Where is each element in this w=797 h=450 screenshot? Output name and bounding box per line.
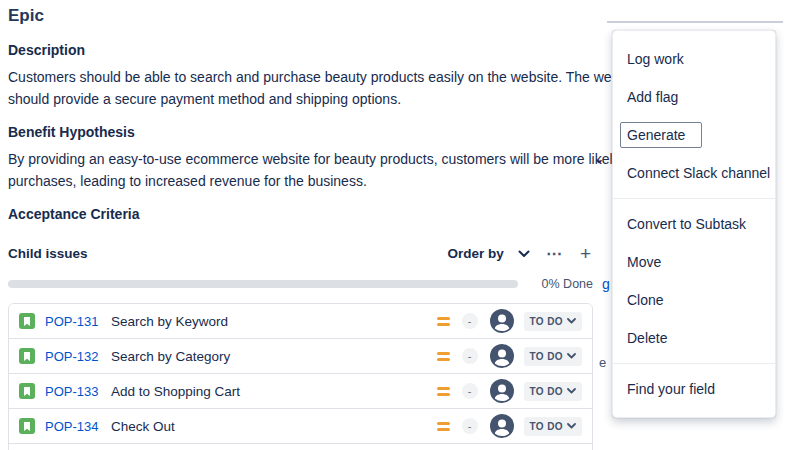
chevron-down-icon [567, 318, 576, 324]
hidden-text-fragment: e [599, 355, 606, 370]
menu-divider [613, 198, 775, 199]
description-line: should provide a secure payment method a… [8, 88, 593, 110]
chevron-down-icon [567, 353, 576, 359]
description-line: Customers should be able to search and p… [8, 66, 593, 88]
page-title: Epic [8, 6, 593, 26]
issue-title: Add to Shopping Cart [111, 384, 240, 399]
menu-item-connect-slack-channel[interactable]: Connect Slack channel [613, 154, 775, 192]
table-row[interactable]: POP-133 Add to Shopping Cart - TO DO [9, 374, 592, 409]
estimate-badge: - [462, 418, 478, 434]
story-icon [19, 418, 35, 434]
issue-key-link[interactable]: POP-131 [45, 314, 101, 329]
assignee-avatar[interactable] [490, 414, 514, 438]
benefit-hypothesis-heading: Benefit Hypothesis [8, 124, 593, 140]
issue-key-link[interactable]: POP-132 [45, 349, 101, 364]
acceptance-criteria-heading: Acceptance Criteria [8, 206, 593, 222]
status-label: TO DO [530, 386, 563, 397]
status-dropdown[interactable]: TO DO [524, 347, 582, 366]
menu-item-add-flag[interactable]: Add flag [613, 78, 775, 116]
priority-medium-icon [437, 352, 450, 361]
chevron-down-icon [567, 388, 576, 394]
issue-key-link[interactable]: POP-134 [45, 419, 101, 434]
chevron-down-icon [567, 423, 576, 429]
child-issues-heading: Child issues [8, 246, 88, 261]
priority-medium-icon [437, 422, 450, 431]
menu-item-generate[interactable]: Generate [613, 116, 775, 154]
hidden-chevron-down-icon: ⌄ [594, 152, 604, 166]
progress-bar [8, 280, 518, 288]
estimate-badge: - [462, 348, 478, 364]
status-label: TO DO [530, 316, 563, 327]
issue-actions-menu: Log work Add flag Generate Connect Slack… [612, 30, 776, 418]
order-by-button[interactable]: Order by [448, 246, 530, 261]
priority-medium-icon [437, 387, 450, 396]
more-actions-icon[interactable]: ⋯ [544, 244, 564, 264]
benefit-line: purchases, leading to increased revenue … [8, 170, 593, 192]
issue-content: Epic Description Customers should be abl… [8, 6, 593, 450]
row-controls: - TO DO [437, 379, 582, 403]
row-controls: - TO DO [437, 344, 582, 368]
table-row[interactable]: POP-135 Select Shipping Option - TO DO [9, 444, 592, 450]
story-icon [19, 348, 35, 364]
table-row[interactable]: POP-134 Check Out - TO DO [9, 409, 592, 444]
menu-item-clone[interactable]: Clone [613, 281, 775, 319]
row-controls: - TO DO [437, 309, 582, 333]
table-row[interactable]: POP-132 Search by Category - TO DO [9, 339, 592, 374]
issue-title: Check Out [111, 419, 175, 434]
table-row[interactable]: POP-131 Search by Keyword - TO DO [9, 304, 592, 339]
progress-label: 0% Done [542, 277, 593, 291]
assignee-avatar[interactable] [490, 309, 514, 333]
generate-focus-box: Generate [620, 122, 702, 148]
row-controls: - TO DO [437, 414, 582, 438]
story-icon [19, 313, 35, 329]
issue-key-link[interactable]: POP-133 [45, 384, 101, 399]
add-child-issue-icon[interactable]: + [578, 242, 593, 265]
hidden-link-fragment: g [602, 276, 610, 292]
menu-divider [613, 363, 775, 364]
estimate-badge: - [462, 313, 478, 329]
description-heading: Description [8, 42, 593, 58]
order-by-label: Order by [448, 246, 504, 261]
estimate-badge: - [462, 383, 478, 399]
progress-row: 0% Done [8, 277, 593, 291]
assignee-avatar[interactable] [490, 344, 514, 368]
child-issues-list: POP-131 Search by Keyword - TO DO POP-13… [8, 303, 593, 450]
menu-item-find-your-field[interactable]: Find your field [613, 370, 775, 408]
menu-item-delete[interactable]: Delete [613, 319, 775, 357]
menu-item-log-work[interactable]: Log work [613, 40, 775, 78]
status-label: TO DO [530, 421, 563, 432]
hidden-panel-divider [607, 21, 783, 23]
menu-item-move[interactable]: Move [613, 243, 775, 281]
priority-medium-icon [437, 317, 450, 326]
story-icon [19, 383, 35, 399]
status-label: TO DO [530, 351, 563, 362]
issue-title: Search by Keyword [111, 314, 228, 329]
child-issues-header: Child issues Order by ⋯ + [8, 242, 593, 265]
benefit-line: By providing an easy-to-use ecommerce we… [8, 148, 593, 170]
child-issues-controls: Order by ⋯ + [448, 242, 593, 265]
epic-issue-view: Epic Description Customers should be abl… [0, 0, 797, 450]
menu-item-convert-to-subtask[interactable]: Convert to Subtask [613, 205, 775, 243]
status-dropdown[interactable]: TO DO [524, 312, 582, 331]
assignee-avatar[interactable] [490, 379, 514, 403]
issue-title: Search by Category [111, 349, 230, 364]
chevron-down-icon [518, 250, 530, 258]
status-dropdown[interactable]: TO DO [524, 382, 582, 401]
status-dropdown[interactable]: TO DO [524, 417, 582, 436]
